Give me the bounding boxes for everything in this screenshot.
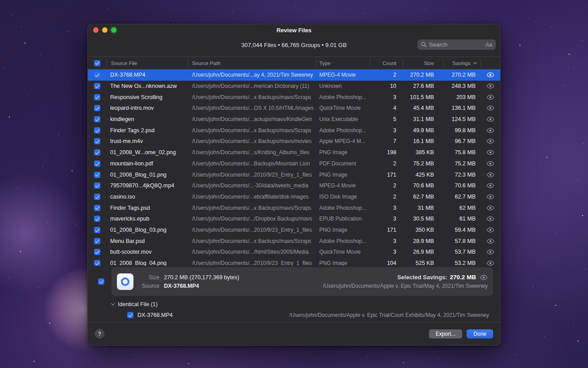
selected-savings-value: 270.2 MB — [450, 274, 476, 281]
row-source-path: /Users/john/Documents/...ackups/mavs/Kin… — [188, 116, 316, 122]
zoom-button[interactable] — [111, 27, 116, 33]
table-row[interactable]: 01_2008_Blog_03.png /Users/john/Document… — [88, 225, 500, 236]
row-source-path: /Users/john/Documents/...Backups/Mountai… — [188, 160, 316, 167]
preview-eye-icon[interactable] — [486, 105, 494, 111]
row-checkbox[interactable] — [94, 238, 100, 244]
sort-descending-icon — [473, 61, 477, 64]
table-row[interactable]: Finder Tags.psd /Users/john/Documents/..… — [88, 202, 500, 213]
preview-eye-icon[interactable] — [486, 183, 494, 188]
row-checkbox[interactable] — [94, 116, 100, 122]
row-source-file: The New Ox...nknown.azw — [107, 83, 188, 89]
row-checkbox[interactable] — [94, 83, 100, 89]
preview-eye-icon[interactable] — [486, 139, 494, 144]
done-button[interactable]: Done — [467, 329, 493, 338]
titlebar[interactable]: Review Files — [88, 24, 500, 36]
search-input[interactable] — [429, 41, 483, 48]
row-checkbox[interactable] — [94, 249, 100, 255]
row-savings: 96.7 MB — [443, 138, 481, 144]
row-source-path: /Users/john/Documents/.../Dropbox Backup… — [188, 216, 316, 222]
row-checkbox[interactable] — [94, 160, 100, 167]
column-header-savings[interactable]: Savings — [443, 57, 481, 69]
identical-files-disclosure[interactable]: Identical File (1) — [88, 300, 500, 308]
row-size: 425 KB — [403, 172, 443, 178]
table-row[interactable]: DX-3768.MP4 /Users/john/Documents/...ay … — [88, 69, 500, 81]
table-row[interactable]: Menu Bar.psd /Users/john/Documents/...x … — [88, 235, 500, 247]
row-checkbox[interactable] — [94, 105, 100, 111]
table-row[interactable]: kindlegen /Users/john/Documents/...ackup… — [88, 114, 500, 125]
row-checkbox[interactable] — [94, 194, 100, 200]
row-checkbox[interactable] — [94, 172, 100, 178]
preview-eye-icon[interactable] — [486, 238, 494, 244]
review-files-window: Review Files 307,044 Files • 66,765 Grou… — [87, 24, 501, 346]
minimize-button[interactable] — [102, 27, 107, 33]
help-button[interactable]: ? — [95, 329, 104, 338]
preview-eye-icon[interactable] — [486, 249, 494, 255]
size-label: Size — [138, 274, 159, 281]
row-size: 70.6 MB — [403, 182, 443, 189]
preview-eye-icon[interactable] — [486, 161, 494, 166]
preview-eye-icon[interactable] — [486, 83, 494, 89]
preview-eye-icon[interactable] — [486, 172, 494, 178]
row-checkbox[interactable] — [94, 227, 100, 233]
row-type: ISO Disk Image — [316, 194, 370, 200]
savings-eye-icon[interactable] — [480, 275, 488, 280]
table-row[interactable]: Responsive Scrolling /Users/john/Documen… — [88, 91, 500, 103]
preview-eye-icon[interactable] — [486, 95, 494, 100]
row-type: QuickTime Movie — [316, 105, 370, 111]
row-savings: 72.3 MB — [443, 172, 481, 178]
table-row[interactable]: 795709870...4jkQ8Q.mp4 /Users/john/Docum… — [88, 180, 500, 191]
row-checkbox[interactable] — [94, 138, 100, 144]
row-source-path: /Users/john/Documents/...x Backups/mavs/… — [188, 138, 316, 144]
row-count: 198 — [370, 149, 403, 156]
selected-file-checkbox[interactable] — [98, 278, 104, 285]
select-all-checkbox[interactable] — [94, 60, 100, 66]
row-checkbox[interactable] — [94, 260, 100, 266]
preview-eye-icon[interactable] — [486, 216, 494, 221]
preview-eye-icon[interactable] — [486, 205, 494, 211]
preview-eye-icon[interactable] — [486, 128, 494, 133]
table-row[interactable]: butt-scooter.mov /Users/john/Documents/.… — [88, 247, 500, 258]
table-row[interactable]: 01_2008_Blog_01.png /Users/john/Document… — [88, 169, 500, 180]
chevron-down-icon — [111, 302, 115, 305]
table-row[interactable]: mountain-lion.pdf /Users/john/Documents/… — [88, 158, 500, 169]
table-header: Source File Source Path Type Count Size … — [88, 56, 500, 69]
preview-eye-icon[interactable] — [486, 150, 494, 155]
column-header-source-file[interactable]: Source File — [107, 57, 188, 69]
identical-file-checkbox[interactable] — [127, 312, 133, 318]
table-row[interactable]: 01_2008_Blog_04.png /Users/john/Document… — [88, 258, 500, 266]
column-header-type[interactable]: Type — [316, 57, 370, 69]
close-button[interactable] — [93, 27, 99, 33]
table-row[interactable]: leopard-intro.mov /Users/john/Documents/… — [88, 103, 500, 114]
table-row[interactable]: Finder Tags 2.psd /Users/john/Documents/… — [88, 125, 500, 136]
row-source-path: /Users/john/Documents/...merican Diction… — [188, 83, 316, 89]
row-checkbox[interactable] — [94, 94, 100, 100]
row-checkbox[interactable] — [94, 149, 100, 156]
preview-eye-icon[interactable] — [486, 260, 494, 266]
table-row[interactable]: mavericks.epub /Users/john/Documents/...… — [88, 213, 500, 225]
column-header-count[interactable]: Count — [370, 57, 403, 69]
row-checkbox[interactable] — [94, 216, 100, 222]
column-header-size[interactable]: Size — [403, 57, 443, 69]
row-source-file: 01_2008_Blog_01.png — [107, 172, 188, 178]
table-row[interactable]: The New Ox...nknown.azw /Users/john/Docu… — [88, 81, 500, 92]
row-checkbox[interactable] — [94, 205, 100, 211]
table-row[interactable]: trust-me.m4v /Users/john/Documents/...x … — [88, 136, 500, 147]
search-field[interactable]: Aa — [417, 39, 496, 50]
row-checkbox[interactable] — [94, 127, 100, 134]
row-checkbox[interactable] — [94, 72, 100, 78]
row-savings: 124.5 MB — [443, 116, 481, 122]
row-savings: 136.1 MB — [443, 105, 481, 111]
match-case-toggle[interactable]: Aa — [485, 42, 492, 48]
export-button[interactable]: Export... — [429, 329, 463, 338]
identical-file-row[interactable]: DX-3768.MP4 /Users/john/Documents/Apple … — [88, 312, 500, 318]
table-row[interactable]: 01_2008_W...ome_02.png /Users/john/Docum… — [88, 147, 500, 158]
source-file-name: DX-3768.MP4 — [164, 283, 199, 289]
preview-eye-icon[interactable] — [486, 194, 494, 199]
row-size: 45.4 MB — [403, 105, 443, 111]
preview-eye-icon[interactable] — [486, 227, 494, 233]
table-row[interactable]: casino.iso /Users/john/Documents/...eb/a… — [88, 191, 500, 203]
preview-eye-icon[interactable] — [486, 72, 494, 78]
row-checkbox[interactable] — [94, 182, 100, 189]
preview-eye-icon[interactable] — [486, 117, 494, 122]
column-header-source-path[interactable]: Source Path — [188, 57, 316, 69]
